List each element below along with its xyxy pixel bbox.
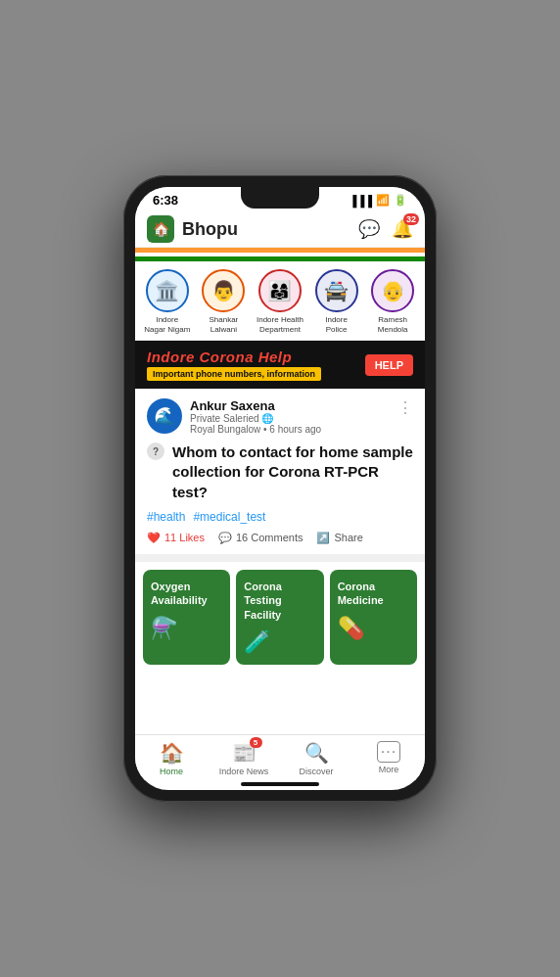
oxygen-availability-card[interactable]: OxygenAvailability ⚗️	[143, 570, 230, 665]
scroll-content[interactable]: 🏠 Bhopu 💬 🔔 32 🏛️	[135, 211, 425, 734]
post-tag-health[interactable]: #health	[147, 510, 185, 524]
post-card: 🌊 Ankur Saxena Private Saleried 🌐 Royal …	[135, 389, 425, 562]
authority-section: 🏛️ IndoreNagar Nigam 👨 ShankarLalwani 👨‍…	[135, 261, 425, 341]
nav-indore-news[interactable]: 📰 5 Indore News	[208, 735, 280, 780]
corona-banner-title: Indore Corona Help	[147, 349, 321, 365]
app-logo: 🏠	[147, 215, 174, 243]
post-question-text: Whom to contact for home sample collecti…	[172, 442, 413, 502]
share-label: Share	[334, 532, 362, 543]
status-time: 6:38	[153, 193, 178, 208]
news-label: Indore News	[219, 767, 269, 776]
message-icon: 💬	[358, 219, 380, 239]
flag-banner	[135, 248, 425, 261]
post-tag-medical[interactable]: #medical_test	[193, 510, 265, 524]
oxygen-card-title: OxygenAvailability	[151, 580, 208, 608]
comment-button[interactable]: 💬 16 Comments	[218, 532, 303, 544]
comments-count: 16 Comments	[236, 532, 303, 543]
medicine-icon: 💊	[338, 616, 364, 641]
authority-avatar-1: 👨	[202, 269, 245, 312]
share-button[interactable]: ↗️ Share	[316, 532, 362, 544]
battery-icon: 🔋	[394, 194, 407, 207]
authority-avatar-0: 🏛️	[146, 269, 189, 312]
app-header: 🏠 Bhopu 💬 🔔 32	[135, 211, 425, 248]
discover-label: Discover	[299, 767, 333, 776]
authority-label-3: IndorePolice	[325, 315, 348, 334]
authority-item-1[interactable]: 👨 ShankarLalwani	[198, 269, 251, 334]
post-avatar: 🌊	[147, 398, 182, 434]
comment-icon: 💬	[218, 532, 232, 544]
more-icon: ···	[377, 741, 400, 763]
question-icon: ?	[147, 442, 164, 460]
notification-badge: 32	[403, 213, 419, 225]
authority-avatar-2: 👨‍👩‍👧	[258, 269, 302, 312]
medicine-card-title: CoronaMedicine	[338, 580, 384, 608]
post-header: 🌊 Ankur Saxena Private Saleried 🌐 Royal …	[147, 398, 413, 435]
authority-item-2[interactable]: 👨‍👩‍👧 Indore HealthDepartment	[254, 269, 306, 334]
app-title: Bhopu	[182, 219, 358, 240]
nav-home[interactable]: 🏠 Home	[135, 735, 208, 780]
post-author-sub: Private Saleried 🌐	[190, 413, 390, 424]
news-icon: 📰 5	[232, 741, 257, 765]
news-badge: 5	[250, 737, 262, 748]
authority-item-4[interactable]: 👴 RameshMendola	[366, 269, 419, 334]
post-more-button[interactable]: ⋮	[397, 398, 413, 417]
header-icons: 💬 🔔 32	[358, 218, 413, 240]
authority-item-3[interactable]: 🚔 IndorePolice	[310, 269, 363, 334]
home-bar	[241, 782, 319, 786]
phone-frame: 6:38 ▐▐▐ 📶 🔋 🏠 Bhopu 💬 🔔 32	[123, 175, 437, 802]
likes-count: 11 Likes	[164, 532, 205, 543]
corona-medicine-card[interactable]: CoronaMedicine 💊	[330, 570, 417, 665]
authority-item-0[interactable]: 🏛️ IndoreNagar Nigam	[141, 269, 194, 334]
phone-notch	[241, 187, 319, 209]
post-location-time: Royal Bungalow • 6 hours ago	[190, 424, 390, 435]
post-actions: ❤️ 11 Likes 💬 16 Comments ↗️ Share	[147, 532, 413, 544]
home-icon: 🏠	[160, 741, 184, 765]
more-label: More	[379, 765, 399, 774]
nav-discover[interactable]: 🔍 Discover	[280, 735, 352, 780]
heart-icon: ❤️	[147, 532, 161, 544]
authority-label-2: Indore HealthDepartment	[257, 315, 303, 334]
testing-card-title: Corona TestingFacility	[244, 580, 315, 622]
phone-screen: 6:38 ▐▐▐ 📶 🔋 🏠 Bhopu 💬 🔔 32	[135, 187, 425, 790]
authority-avatar-3: 🚔	[315, 269, 358, 312]
discover-icon: 🔍	[304, 741, 329, 765]
home-label: Home	[160, 767, 183, 776]
authority-label-1: ShankarLalwani	[209, 315, 238, 334]
bottom-navigation: 🏠 Home 📰 5 Indore News 🔍 Discover ··· Mo…	[135, 734, 425, 780]
corona-help-banner: Indore Corona Help Important phone numbe…	[135, 341, 425, 389]
authority-label-0: IndoreNagar Nigam	[144, 315, 190, 334]
notifications-button[interactable]: 🔔 32	[392, 218, 413, 240]
green-cards-section: OxygenAvailability ⚗️ Corona TestingFaci…	[135, 562, 425, 673]
post-question-container: ? Whom to contact for home sample collec…	[147, 442, 413, 502]
post-meta: Ankur Saxena Private Saleried 🌐 Royal Bu…	[190, 398, 390, 435]
status-icons: ▐▐▐ 📶 🔋	[350, 194, 407, 207]
corona-banner-subtitle: Important phone numbers, information	[147, 367, 321, 381]
like-button[interactable]: ❤️ 11 Likes	[147, 532, 205, 544]
signal-icon: ▐▐▐	[350, 195, 372, 207]
help-button[interactable]: HELP	[365, 354, 413, 376]
share-icon: ↗️	[316, 532, 330, 544]
post-author-name: Ankur Saxena	[190, 398, 390, 413]
post-tags: #health #medical_test	[147, 510, 413, 524]
authority-avatar-4: 👴	[371, 269, 414, 312]
authority-label-4: RameshMendola	[378, 315, 408, 334]
corona-banner-text: Indore Corona Help Important phone numbe…	[147, 349, 321, 381]
oxygen-icon: ⚗️	[151, 616, 177, 641]
corona-testing-card[interactable]: Corona TestingFacility 🧪	[236, 570, 323, 665]
testing-icon: 🧪	[244, 629, 270, 655]
wifi-icon: 📶	[376, 194, 390, 207]
messages-button[interactable]: 💬	[358, 218, 380, 240]
nav-more[interactable]: ··· More	[352, 735, 425, 780]
